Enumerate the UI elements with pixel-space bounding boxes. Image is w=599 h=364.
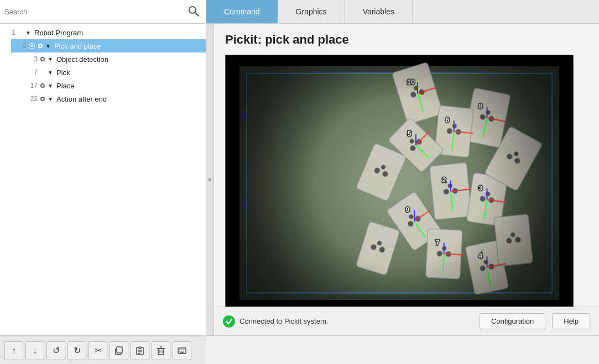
redo-button[interactable]: ↻ [67,341,86,360]
row-number: 3 [24,55,38,63]
row-number: 2 [13,42,27,50]
bottom-toolbar: ↑ ↓ ↺ ↻ ✂ [0,336,206,364]
configuration-button[interactable]: Configuration [480,313,545,329]
arrow-icon: ▼ [46,96,54,102]
connected-status: Connected to Pickit system. [223,315,473,328]
tree-item-pick[interactable]: 7 ▼ Pick [22,66,206,79]
search-area [0,0,206,23]
copy-icon [114,346,123,355]
row-number: 1 [2,29,15,36]
tree-item-place[interactable]: 17 ▼ Place [22,79,206,92]
circle-icon [39,82,46,89]
delete-icon [157,346,165,355]
tab-graphics[interactable]: Graphics [278,0,345,23]
move-down-button[interactable]: ↓ [25,341,44,360]
svg-point-0 [189,7,196,13]
delete-button[interactable] [152,341,170,360]
help-button[interactable]: Help [552,313,590,329]
waypoint-icon: ⦿ [28,42,35,50]
status-bar: Connected to Pickit system. Configuratio… [214,307,599,335]
right-panel: Pickit: pick and place Connected to Pick… [214,24,599,335]
svg-rect-9 [158,349,164,355]
bottom-area: ↑ ↓ ↺ ↻ ✂ [0,335,599,364]
checkmark-icon [225,318,233,325]
tree-item-action-after-end[interactable]: 22 ▼ Action after end [22,92,206,105]
top-bar: Command Graphics Variables [0,0,599,24]
collapse-handle[interactable]: » [206,24,214,335]
arrow-icon: ▼ [24,30,32,36]
tree-item-object-detection[interactable]: 3 ▼ Object detection [22,52,206,66]
camera-canvas [226,55,573,307]
search-button[interactable] [186,3,201,20]
dot-icon [39,68,46,76]
dot-icon [17,29,24,36]
svg-line-1 [195,13,199,16]
tree-label: Action after end [56,95,107,103]
arrow-icon: ▼ [46,56,54,62]
tree-area: 1 ▼ Robot Program 2 ⦿ ▼ Pick and place [0,24,206,335]
tab-variables[interactable]: Variables [345,0,413,23]
row-number: 17 [24,82,38,89]
tree-label: Pick [56,68,70,77]
tree-label: Place [56,82,75,90]
search-input[interactable] [4,8,186,16]
undo-button[interactable]: ↺ [46,341,65,360]
copy-button[interactable] [110,341,128,360]
arrow-icon: ▼ [46,83,54,89]
keyboard-icon [178,346,186,355]
row-number: 7 [24,68,38,76]
camera-view [225,55,574,307]
svg-rect-3 [117,347,122,353]
move-up-button[interactable]: ↑ [4,341,23,360]
circle-icon [39,55,46,63]
tree-label: Robot Program [34,29,83,37]
status-text: Connected to Pickit system. [239,317,328,325]
connected-icon [223,315,235,328]
tab-bar: Command Graphics Variables [206,0,599,23]
tree-item-pick-and-place[interactable]: 2 ⦿ ▼ Pick and place [11,39,206,52]
keyboard-button[interactable] [173,341,191,360]
tree-item-robot-program[interactable]: 1 ▼ Robot Program [0,26,206,39]
paste-button[interactable] [131,341,149,360]
circle-icon [37,42,44,50]
cut-button[interactable]: ✂ [88,341,107,360]
arrow-icon: ▼ [46,70,54,76]
row-number: 22 [24,95,38,103]
panel-title: Pickit: pick and place [225,33,588,47]
svg-rect-5 [138,347,142,349]
tree-label: Object detection [56,55,108,64]
arrow-icon: ▼ [44,43,52,49]
right-content: Pickit: pick and place [214,24,599,307]
circle-icon [39,95,46,103]
left-panel: 1 ▼ Robot Program 2 ⦿ ▼ Pick and place [0,24,206,335]
tab-command[interactable]: Command [206,0,278,23]
paste-icon [136,346,144,355]
tree-label: Pick and place [54,42,101,50]
search-icon [188,6,199,17]
collapse-icon: » [208,176,212,183]
main-area: 1 ▼ Robot Program 2 ⦿ ▼ Pick and place [0,24,599,335]
